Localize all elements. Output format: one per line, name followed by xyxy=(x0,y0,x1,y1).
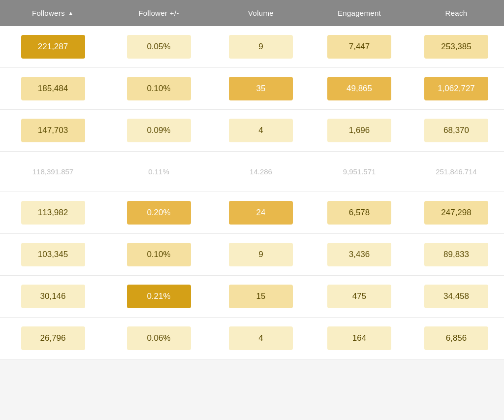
value-followers: 147,703 xyxy=(21,119,85,142)
value-followers: 30,146 xyxy=(21,285,85,308)
cell-engagement: 3,436 xyxy=(310,240,409,269)
cell-follower_change: 0.10% xyxy=(106,74,212,103)
table-row: 113,9820.20%246,578247,298 xyxy=(0,192,504,234)
value-followers: 185,484 xyxy=(21,77,85,100)
data-table: Followers▲Follower +/-VolumeEngagementRe… xyxy=(0,0,504,359)
value-follower_change: 0.10% xyxy=(127,77,191,100)
value-reach: 68,370 xyxy=(424,119,488,142)
cell-followers: 147,703 xyxy=(0,116,106,145)
cell-reach: 6,856 xyxy=(409,323,504,353)
cell-follower_change: 0.05% xyxy=(106,32,212,62)
value-volume: 4 xyxy=(229,326,293,350)
cell-volume: 15 xyxy=(212,282,310,311)
value-volume: 9 xyxy=(229,35,293,59)
cell-engagement: 164 xyxy=(310,323,409,353)
table-row: 103,3450.10%93,43689,833 xyxy=(0,234,504,276)
value-volume: 35 xyxy=(229,77,293,100)
cell-volume: 9 xyxy=(212,32,310,62)
value-followers: 221,287 xyxy=(21,35,85,59)
cell-follower_change: 0.06% xyxy=(106,323,212,353)
value-followers: 26,796 xyxy=(21,326,85,350)
cell-engagement: 9,951.571 xyxy=(310,158,409,186)
cell-volume: 14.286 xyxy=(212,158,310,186)
cell-followers: 113,982 xyxy=(0,198,106,227)
value-follower_change: 0.20% xyxy=(127,201,191,225)
cell-reach: 89,833 xyxy=(409,240,504,269)
cell-reach: 253,385 xyxy=(409,32,504,62)
value-reach: 251,846.714 xyxy=(424,161,488,183)
value-reach: 247,298 xyxy=(424,201,488,225)
value-volume: 14.286 xyxy=(229,161,293,183)
cell-reach: 34,458 xyxy=(409,282,504,311)
table-row: 221,2870.05%97,447253,385 xyxy=(0,26,504,68)
table-row: 30,1460.21%1547534,458 xyxy=(0,276,504,318)
value-engagement: 164 xyxy=(327,326,391,350)
value-reach: 1,062,727 xyxy=(424,77,488,100)
sort-arrow-icon: ▲ xyxy=(68,10,74,17)
cell-volume: 35 xyxy=(212,74,310,103)
header-engagement: Engagement xyxy=(310,0,409,26)
cell-engagement: 1,696 xyxy=(310,116,409,145)
value-engagement: 475 xyxy=(327,285,391,308)
table-row: 147,7030.09%41,69668,370 xyxy=(0,110,504,152)
header-reach: Reach xyxy=(409,0,504,26)
value-reach: 34,458 xyxy=(424,285,488,308)
cell-follower_change: 0.21% xyxy=(106,282,212,311)
value-engagement: 9,951.571 xyxy=(327,161,391,183)
cell-reach: 68,370 xyxy=(409,116,504,145)
table-row: 26,7960.06%41646,856 xyxy=(0,318,504,359)
cell-engagement: 475 xyxy=(310,282,409,311)
cell-volume: 24 xyxy=(212,198,310,227)
value-engagement: 3,436 xyxy=(327,243,391,266)
cell-volume: 9 xyxy=(212,240,310,269)
table-body: 221,2870.05%97,447253,385185,4840.10%354… xyxy=(0,26,504,359)
cell-followers: 26,796 xyxy=(0,323,106,353)
cell-followers: 185,484 xyxy=(0,74,106,103)
cell-engagement: 6,578 xyxy=(310,198,409,227)
cell-engagement: 7,447 xyxy=(310,32,409,62)
cell-followers: 103,345 xyxy=(0,240,106,269)
cell-follower_change: 0.20% xyxy=(106,198,212,227)
value-reach: 89,833 xyxy=(424,243,488,266)
value-follower_change: 0.21% xyxy=(127,285,191,308)
value-volume: 15 xyxy=(229,285,293,308)
value-volume: 9 xyxy=(229,243,293,266)
value-follower_change: 0.06% xyxy=(127,326,191,350)
value-engagement: 7,447 xyxy=(327,35,391,59)
value-follower_change: 0.11% xyxy=(127,161,191,183)
table-row: 185,4840.10%3549,8651,062,727 xyxy=(0,68,504,110)
cell-follower_change: 0.10% xyxy=(106,240,212,269)
header-follower-change: Follower +/- xyxy=(106,0,212,26)
cell-follower_change: 0.11% xyxy=(106,158,212,186)
value-followers: 103,345 xyxy=(21,243,85,266)
value-engagement: 1,696 xyxy=(327,119,391,142)
cell-volume: 4 xyxy=(212,116,310,145)
cell-volume: 4 xyxy=(212,323,310,353)
value-follower_change: 0.09% xyxy=(127,119,191,142)
value-volume: 24 xyxy=(229,201,293,225)
cell-reach: 247,298 xyxy=(409,198,504,227)
value-followers: 113,982 xyxy=(21,201,85,225)
cell-engagement: 49,865 xyxy=(310,74,409,103)
table-header: Followers▲Follower +/-VolumeEngagementRe… xyxy=(0,0,504,26)
value-engagement: 49,865 xyxy=(327,77,391,100)
cell-followers: 30,146 xyxy=(0,282,106,311)
value-followers: 118,391.857 xyxy=(21,161,85,183)
header-followers[interactable]: Followers▲ xyxy=(0,0,106,26)
cell-followers: 221,287 xyxy=(0,32,106,62)
value-reach: 253,385 xyxy=(424,35,488,59)
value-volume: 4 xyxy=(229,119,293,142)
cell-follower_change: 0.09% xyxy=(106,116,212,145)
cell-reach: 251,846.714 xyxy=(409,158,504,186)
value-engagement: 6,578 xyxy=(327,201,391,225)
cell-followers: 118,391.857 xyxy=(0,158,106,186)
value-follower_change: 0.05% xyxy=(127,35,191,59)
cell-reach: 1,062,727 xyxy=(409,74,504,103)
table-row: 118,391.8570.11%14.2869,951.571251,846.7… xyxy=(0,152,504,192)
value-follower_change: 0.10% xyxy=(127,243,191,266)
value-reach: 6,856 xyxy=(424,326,488,350)
header-volume: Volume xyxy=(212,0,310,26)
